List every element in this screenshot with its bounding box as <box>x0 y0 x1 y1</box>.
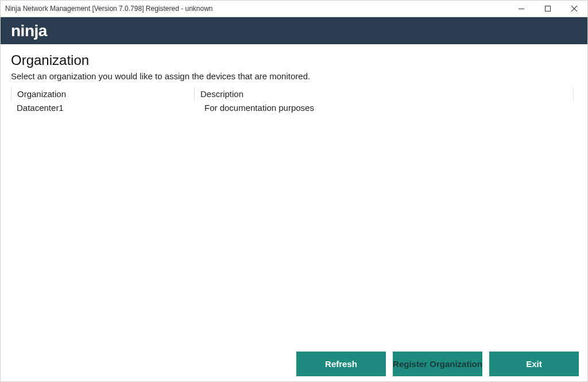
window-titlebar: Ninja Network Management [Version 7.0.79… <box>1 1 587 17</box>
cell-organization: Datacenter1 <box>11 101 195 114</box>
window-minimize-button[interactable] <box>508 1 535 17</box>
maximize-icon <box>545 6 551 11</box>
table-header-organization[interactable]: Organization <box>11 87 195 101</box>
organization-table: Organization Description Datacenter1 For… <box>11 87 574 114</box>
svg-rect-0 <box>519 9 524 9</box>
window-maximize-button[interactable] <box>535 1 561 17</box>
register-organization-button[interactable]: Register Organization <box>393 352 482 376</box>
refresh-button[interactable]: Refresh <box>296 352 386 376</box>
window-title: Ninja Network Management [Version 7.0.79… <box>5 5 508 13</box>
brand-bar: ninja <box>1 17 587 44</box>
window-close-button[interactable] <box>561 1 587 17</box>
cell-description: For documentation purposes <box>195 101 574 114</box>
footer-buttons: Refresh Register Organization Exit <box>296 352 579 376</box>
exit-button[interactable]: Exit <box>489 352 579 376</box>
page-heading: Organization <box>11 52 577 68</box>
close-icon <box>571 6 577 11</box>
brand-logo: ninja <box>11 22 47 40</box>
table-header-row: Organization Description <box>11 87 574 101</box>
minimize-icon <box>519 9 524 9</box>
main-content: Organization Select an organization you … <box>1 44 587 346</box>
table-header-description[interactable]: Description <box>195 87 574 101</box>
svg-rect-1 <box>546 6 551 11</box>
table-row[interactable]: Datacenter1 For documentation purposes <box>11 101 574 114</box>
page-subtitle: Select an organization you would like to… <box>11 71 577 81</box>
